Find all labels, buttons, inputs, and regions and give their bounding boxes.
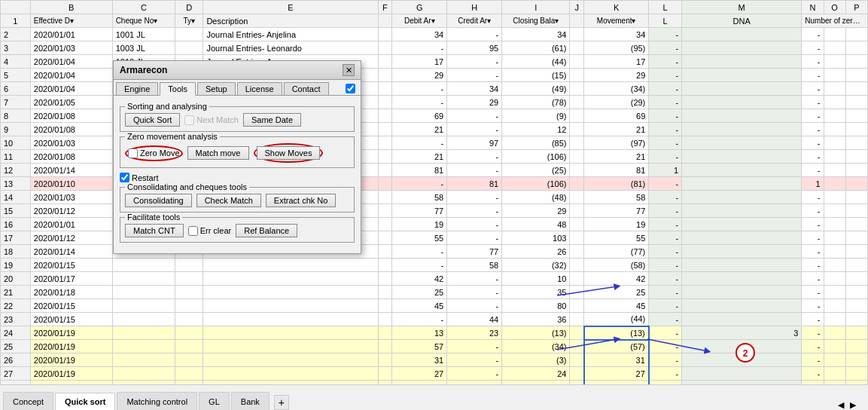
tab-concept[interactable]: Concept (3, 392, 53, 410)
next-match-checkbox[interactable] (184, 115, 194, 125)
show-moves-highlight: Show Moves (254, 143, 324, 163)
scroll-right-icon[interactable]: ▶ (850, 400, 856, 410)
zero-move-highlight: Zero Move (125, 145, 183, 161)
table-row: 23 2020/01/15 - 44 36 (44) - - (1, 313, 868, 326)
err-clear-label: Err clear (200, 226, 232, 235)
restart-checkbox-label: Restart (120, 173, 355, 182)
consolidating-controls: Consolidating Check Match Extract chk No (125, 194, 349, 207)
dialog-title: Armarecon (120, 65, 167, 75)
match-move-button[interactable]: Match move (187, 146, 249, 160)
table-row: 21 2020/01/18 25 - 35 25 - - (1, 286, 868, 299)
table-row: 24 2020/01/19 13 23 (13) (13) - 3 - (1, 326, 868, 340)
tab-quick-sort[interactable]: Quick sort (55, 393, 115, 410)
consolidating-button[interactable]: Consolidating (125, 194, 192, 207)
tab-tools[interactable]: Tools (160, 82, 196, 96)
next-match-checkbox-label: Next Match (184, 115, 239, 125)
facilitate-label: Facilitate tools (125, 213, 182, 222)
table-row: 25 2020/01/19 57 - (34) (57) - - (1, 340, 868, 353)
next-match-label: Next Match (196, 115, 239, 124)
dialog-titlebar[interactable]: Armarecon ✕ (114, 61, 361, 80)
scroll-left-icon[interactable]: ◀ (838, 400, 844, 410)
restart-label: Restart (132, 173, 158, 182)
table-row: 19 2020/01/15 - 58 (32) (58) - - (1, 259, 868, 272)
check-match-button[interactable]: Check Match (196, 194, 261, 207)
tab-engine[interactable]: Engine (116, 82, 158, 95)
table-row: 20 2020/01/17 42 - 10 42 - - (1, 272, 868, 286)
armarecon-dialog: Armarecon ✕ Engine Tools Setup License C… (113, 60, 361, 254)
col-letter-row: B C D E F G H I J K L M N O P (1, 1, 868, 14)
tab-bank[interactable]: Bank (231, 392, 270, 410)
sorting-label: Sorting and analysing (125, 102, 209, 111)
dialog-tabs: Engine Tools Setup License Contact (114, 80, 361, 96)
err-clear-checkbox[interactable] (188, 226, 198, 236)
consolidating-label: Consolidating and cheques tools (125, 182, 249, 191)
close-button[interactable]: ✕ (343, 64, 355, 76)
col-header-row: 1 Effective D▾ Cheque No▾ Ty▾ Descriptio… (1, 14, 868, 28)
add-sheet-button[interactable]: + (274, 395, 289, 410)
zero-movement-label: Zero movement analysis (125, 132, 220, 141)
tools-checkbox[interactable] (346, 84, 355, 93)
zero-movement-group: Zero movement analysis Zero Move Match m… (120, 136, 355, 168)
sorting-group: Sorting and analysing Quick Sort Next Ma… (120, 106, 355, 132)
tab-setup[interactable]: Setup (197, 82, 236, 95)
table-row: 3 2020/01/03 1003 JL Journal Entries- Le… (1, 41, 868, 55)
zero-move-checkbox[interactable] (128, 148, 138, 158)
table-row: 27 2020/01/19 27 - 24 27 - - (1, 367, 868, 381)
restart-row: Restart (120, 173, 355, 182)
tab-license[interactable]: License (237, 82, 282, 95)
tab-gl[interactable]: GL (199, 392, 230, 410)
table-row: 22 2020/01/15 45 - 80 45 - - (1, 299, 868, 313)
facilitate-group: Facilitate tools Match CNT Err clear Ref… (120, 217, 355, 243)
table-row: 2 2020/01/01 1001 JL Journal Entries- An… (1, 28, 868, 41)
dialog-body: Sorting and analysing Quick Sort Next Ma… (114, 96, 361, 253)
ref-balance-button[interactable]: Ref Balance (236, 224, 297, 237)
zero-move-label: Zero Move (140, 148, 180, 158)
table-row: 26 2020/01/19 31 - (3) 31 - - (1, 353, 868, 367)
table-row: 28 2020/01/19 12 - 36 12 - 1 (1, 381, 868, 385)
show-moves-button[interactable]: Show Moves (257, 146, 321, 160)
zero-movement-controls: Zero Move Match move Show Moves (125, 143, 349, 163)
sorting-controls: Quick Sort Next Match Same Date (125, 113, 349, 127)
tab-contact[interactable]: Contact (284, 82, 329, 95)
same-date-button[interactable]: Same Date (243, 113, 301, 127)
zero-move-checkbox-label: Zero Move (128, 148, 180, 158)
err-clear-checkbox-label: Err clear (188, 226, 232, 236)
tab-matching-control[interactable]: Matching control (117, 392, 197, 410)
bottom-bar: Concept Quick sort Matching control GL B… (0, 384, 868, 410)
facilitate-controls: Match CNT Err clear Ref Balance (125, 224, 349, 237)
quick-sort-button[interactable]: Quick Sort (125, 113, 180, 127)
restart-checkbox[interactable] (120, 173, 129, 182)
extract-chk-button[interactable]: Extract chk No (266, 194, 337, 207)
consolidating-group: Consolidating and cheques tools Consolid… (120, 187, 355, 213)
match-cnt-button[interactable]: Match CNT (125, 224, 184, 237)
